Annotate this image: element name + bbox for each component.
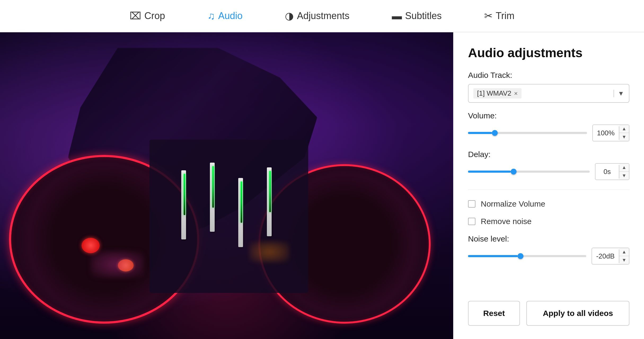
- right-panel: Audio adjustments Audio Track: [1] WMAV2…: [453, 32, 644, 339]
- led-strip-4: [269, 171, 271, 212]
- noise-slider-row: -20dB ▲ ▼: [468, 248, 629, 265]
- tab-subtitles-label: Subtitles: [405, 10, 442, 21]
- track-value: [1] WMAV2: [477, 89, 511, 97]
- adjustments-icon: ◑: [285, 10, 294, 22]
- delay-decrement-button[interactable]: ▼: [619, 172, 629, 180]
- volume-slider-track[interactable]: [468, 132, 587, 134]
- remove-noise-row[interactable]: Remove noise: [468, 217, 629, 226]
- remove-noise-checkbox[interactable]: [468, 218, 475, 225]
- apply-to-all-videos-button[interactable]: Apply to all videos: [526, 301, 629, 326]
- fader-3: [238, 178, 243, 247]
- glow-pink: [91, 251, 144, 278]
- noise-decrement-button[interactable]: ▼: [619, 256, 629, 264]
- dj-scene: [0, 32, 453, 339]
- video-preview: [0, 32, 453, 339]
- led-strip-2: [212, 166, 214, 207]
- app-container: ⌧ Crop ♫ Audio ◑ Adjustments ▬ Subtitles…: [0, 0, 644, 339]
- delay-label: Delay:: [468, 150, 629, 159]
- tag-close-icon[interactable]: ×: [514, 90, 518, 97]
- tab-crop[interactable]: ⌧ Crop: [124, 7, 170, 24]
- track-tag: [1] WMAV2 ×: [473, 88, 522, 99]
- delay-value-input[interactable]: 0s ▲ ▼: [595, 163, 629, 180]
- subtitles-icon: ▬: [392, 10, 402, 22]
- volume-slider-row: 100% ▲ ▼: [468, 124, 629, 141]
- audio-track-dropdown[interactable]: [1] WMAV2 × ▼: [468, 84, 629, 103]
- panel-title: Audio adjustments: [468, 46, 629, 60]
- red-button-1: [82, 238, 100, 253]
- tab-adjustments-label: Adjustments: [297, 10, 349, 21]
- volume-slider-thumb[interactable]: [492, 130, 498, 136]
- noise-slider-track[interactable]: [468, 255, 586, 257]
- volume-slider-fill: [468, 132, 492, 134]
- delay-section: Delay: 0s ▲ ▼: [468, 150, 629, 180]
- noise-slider-fill: [468, 255, 518, 257]
- volume-section: Volume: 100% ▲ ▼: [468, 111, 629, 141]
- tab-adjustments[interactable]: ◑ Adjustments: [280, 7, 355, 24]
- volume-stepper: ▲ ▼: [619, 125, 629, 141]
- noise-increment-button[interactable]: ▲: [619, 248, 629, 256]
- bottom-buttons: Reset Apply to all videos: [468, 296, 629, 326]
- main-content: Audio adjustments Audio Track: [1] WMAV2…: [0, 32, 644, 339]
- noise-stepper: ▲ ▼: [619, 248, 629, 264]
- reset-button[interactable]: Reset: [468, 301, 520, 326]
- tab-subtitles[interactable]: ▬ Subtitles: [386, 8, 447, 24]
- delay-increment-button[interactable]: ▲: [619, 164, 629, 172]
- normalize-volume-label: Normalize Volume: [481, 199, 545, 208]
- mixer-area: [149, 140, 308, 293]
- normalize-volume-checkbox[interactable]: [468, 200, 475, 208]
- tab-audio-label: Audio: [218, 10, 242, 21]
- delay-slider-row: 0s ▲ ▼: [468, 163, 629, 180]
- delay-slider-track[interactable]: [468, 171, 590, 173]
- fader-2: [210, 163, 215, 232]
- volume-label: Volume:: [468, 111, 629, 120]
- audio-track-section: Audio Track: [1] WMAV2 × ▼: [468, 71, 629, 103]
- delay-slider-thumb[interactable]: [511, 169, 517, 175]
- tab-trim[interactable]: ✂ Trim: [479, 7, 520, 24]
- noise-slider-thumb[interactable]: [518, 253, 523, 259]
- glow-orange: [249, 241, 289, 262]
- fader-4: [267, 167, 272, 237]
- noise-level-section: Noise level: -20dB ▲ ▼: [468, 234, 629, 265]
- volume-value-input[interactable]: 100% ▲ ▼: [592, 124, 630, 141]
- divider: [468, 190, 629, 190]
- delay-slider-fill: [468, 171, 511, 173]
- noise-level-label: Noise level:: [468, 234, 629, 243]
- volume-decrement-button[interactable]: ▼: [619, 133, 629, 141]
- crop-icon: ⌧: [130, 10, 141, 22]
- led-strip-1: [184, 174, 185, 215]
- trim-icon: ✂: [484, 10, 493, 22]
- dropdown-arrow-icon[interactable]: ▼: [614, 90, 624, 97]
- tab-audio[interactable]: ♫ Audio: [202, 8, 248, 24]
- noise-value-input[interactable]: -20dB ▲ ▼: [592, 248, 629, 265]
- delay-stepper: ▲ ▼: [619, 164, 629, 180]
- tab-crop-label: Crop: [144, 10, 165, 21]
- tab-bar: ⌧ Crop ♫ Audio ◑ Adjustments ▬ Subtitles…: [0, 0, 644, 32]
- volume-increment-button[interactable]: ▲: [619, 125, 629, 133]
- delay-value-text: 0s: [596, 165, 619, 179]
- audio-icon: ♫: [208, 10, 215, 22]
- remove-noise-label: Remove noise: [481, 217, 532, 226]
- normalize-volume-row[interactable]: Normalize Volume: [468, 199, 629, 208]
- tab-trim-label: Trim: [496, 10, 515, 21]
- fader-1: [181, 170, 186, 239]
- led-strip-3: [241, 181, 242, 223]
- volume-value-text: 100%: [593, 126, 620, 140]
- audio-track-label: Audio Track:: [468, 71, 629, 80]
- noise-value-text: -20dB: [592, 249, 619, 263]
